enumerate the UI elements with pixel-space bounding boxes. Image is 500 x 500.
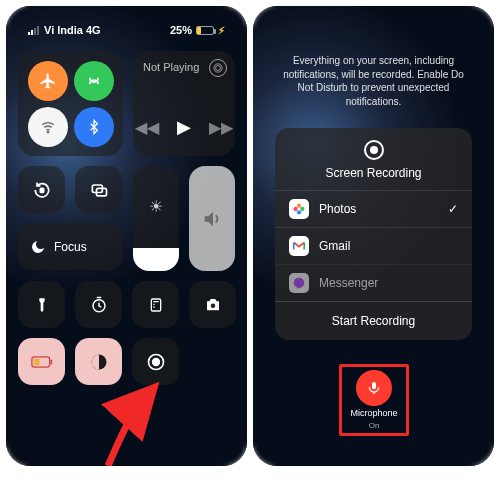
start-label: Start Recording (332, 314, 415, 328)
svg-rect-8 (151, 299, 160, 311)
photos-app-icon (289, 199, 309, 219)
svg-point-16 (297, 204, 301, 208)
status-bar: Vi India 4G 25% ⚡︎ (6, 24, 247, 36)
charging-icon: ⚡︎ (218, 25, 225, 36)
cellular-data-toggle[interactable] (74, 61, 114, 101)
option-label: Photos (319, 202, 356, 216)
wifi-toggle[interactable] (28, 107, 68, 147)
sheet-title: Screen Recording (325, 166, 421, 180)
svg-point-18 (297, 210, 301, 214)
focus-button[interactable]: Focus (18, 223, 123, 270)
record-icon (364, 140, 384, 160)
svg-point-17 (300, 207, 304, 211)
annotation-arrow (100, 378, 172, 466)
start-recording-button[interactable]: Start Recording (275, 301, 472, 340)
airplay-icon[interactable] (209, 59, 227, 77)
low-power-button[interactable] (18, 338, 65, 385)
microphone-icon (366, 380, 382, 396)
control-center-screen: Vi India 4G 25% ⚡︎ Not Playing (6, 6, 247, 466)
camera-button[interactable] (189, 281, 236, 328)
timer-button[interactable] (75, 281, 122, 328)
signal-icon (28, 26, 39, 35)
battery-pct: 25% (170, 24, 192, 36)
brightness-icon: ☀ (133, 166, 179, 248)
screen-recording-sheet: Screen Recording Photos ✓ Gmail Messenge… (275, 128, 472, 340)
microphone-highlight: Microphone On (339, 364, 409, 436)
microphone-state: On (369, 421, 380, 430)
bluetooth-toggle[interactable] (74, 107, 114, 147)
messenger-app-icon (289, 273, 309, 293)
flashlight-button[interactable] (18, 281, 65, 328)
option-gmail[interactable]: Gmail (275, 227, 472, 264)
svg-point-1 (47, 131, 49, 133)
play-icon[interactable]: ▶ (177, 116, 191, 138)
svg-point-19 (294, 207, 298, 211)
focus-label: Focus (54, 240, 87, 254)
airplane-mode-toggle[interactable] (28, 61, 68, 101)
microphone-label: Microphone (350, 409, 397, 419)
prev-track-icon[interactable]: ◀◀ (135, 118, 159, 137)
connectivity-tile[interactable] (18, 51, 123, 156)
rotation-lock-toggle[interactable] (18, 166, 65, 213)
media-tile[interactable]: Not Playing ◀◀ ▶ ▶▶ (133, 51, 235, 156)
battery-icon (196, 26, 214, 35)
svg-point-15 (152, 358, 159, 365)
carrier-label: Vi India 4G (44, 24, 101, 36)
option-photos[interactable]: Photos ✓ (275, 190, 472, 227)
svg-rect-11 (33, 358, 39, 365)
screen-recording-sheet-screen: Everything on your screen, including not… (253, 6, 494, 466)
svg-rect-12 (50, 359, 52, 364)
svg-point-2 (216, 66, 221, 71)
screen-mirror-button[interactable] (75, 166, 122, 213)
calculator-button[interactable] (132, 281, 179, 328)
option-label: Gmail (319, 239, 350, 253)
brightness-slider[interactable]: ☀ (133, 166, 179, 271)
option-label: Messenger (319, 276, 378, 290)
recording-info-text: Everything on your screen, including not… (275, 54, 472, 108)
option-messenger[interactable]: Messenger (275, 264, 472, 301)
svg-point-9 (210, 303, 215, 308)
microphone-toggle[interactable] (356, 370, 392, 406)
gmail-app-icon (289, 236, 309, 256)
moon-icon (30, 239, 46, 255)
check-icon: ✓ (448, 202, 458, 216)
volume-icon (201, 208, 223, 230)
next-track-icon[interactable]: ▶▶ (209, 118, 233, 137)
volume-slider[interactable] (189, 166, 235, 271)
svg-point-0 (93, 80, 95, 82)
svg-rect-4 (40, 188, 43, 192)
